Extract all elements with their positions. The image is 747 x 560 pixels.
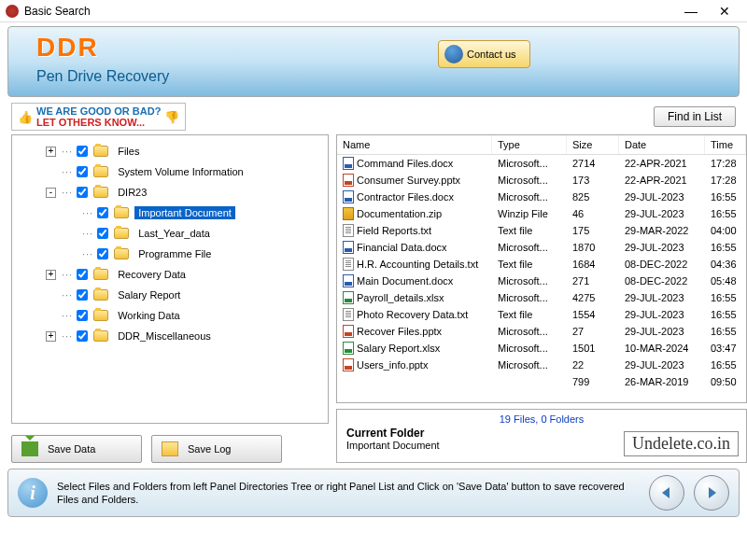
file-list[interactable]: Name Type Size Date Time Command Files.d… [336,134,747,403]
find-in-list-button[interactable]: Find in List [654,106,736,127]
tree-checkbox[interactable] [77,146,88,157]
contact-us-button[interactable]: Contact us [438,40,530,68]
save-log-button[interactable]: Save Log [151,435,282,463]
contact-avatar-icon [444,45,463,63]
folder-icon [93,166,108,177]
txt-file-icon [343,224,354,237]
tree-node[interactable]: +···Programme File [16,244,324,264]
docx-file-icon [343,190,354,203]
tree-node[interactable]: +···Salary Report [16,285,324,305]
tree-expander[interactable]: + [46,331,56,342]
file-row[interactable]: Consumer Survey.pptxMicrosoft...17322-AP… [337,172,746,189]
folder-icon [114,248,129,259]
file-row[interactable]: Command Files.docxMicrosoft...271422-APR… [337,155,746,172]
file-row[interactable]: Payroll_details.xlsxMicrosoft...427529-J… [337,289,746,306]
col-name[interactable]: Name [337,135,492,154]
docx-file-icon [343,157,354,170]
titlebar: Basic Search — ✕ [0,0,747,22]
file-row[interactable]: Contractor Files.docxMicrosoft...82529-J… [337,189,746,205]
tree-checkbox[interactable] [77,310,88,321]
save-data-icon [21,441,38,456]
tree-checkbox[interactable] [77,269,88,280]
tree-expander[interactable]: - [46,188,56,198]
file-row[interactable]: Documentation.zipWinzip File4629-JUL-202… [337,205,746,222]
file-row[interactable]: Financial Data.docxMicrosoft...187029-JU… [337,239,746,256]
file-row[interactable]: Main Document.docxMicrosoft...27108-DEC-… [337,273,746,289]
tree-node[interactable]: +···Recovery Data [16,264,324,285]
tree-label[interactable]: Programme File [134,247,215,260]
nav-forward-button[interactable] [694,475,729,511]
folder-icon [114,228,129,239]
tree-label[interactable]: System Volume Information [114,165,247,178]
col-date[interactable]: Date [619,135,705,154]
header-banner: DDR Pen Drive Recovery Contact us [7,26,740,97]
close-button[interactable]: ✕ [708,2,741,21]
docx-file-icon [343,274,354,287]
file-count: 19 Files, 0 Folders [346,413,737,425]
folder-icon [93,310,108,321]
folder-icon [93,187,108,198]
file-row[interactable]: Field Reports.txtText file17529-MAR-2022… [337,222,746,239]
tree-label[interactable]: Working Data [114,309,183,322]
file-row[interactable]: Users_info.pptxMicrosoft...2229-JUL-2023… [337,357,746,373]
tree-node[interactable]: +···Important Document [16,203,324,223]
contact-label: Contact us [467,49,516,60]
logo: DDR [36,33,99,63]
directory-tree[interactable]: +···Files+···System Volume Information-·… [11,134,329,424]
tree-label[interactable]: Last_Year_data [134,227,214,240]
app-icon [6,5,19,18]
folder-icon [93,146,108,157]
tree-expander[interactable]: + [46,147,56,157]
folder-icon [114,207,129,218]
file-row[interactable]: H.R. Accounting Details.txtText file1684… [337,256,746,273]
watermark: Undelete.co.in [624,431,739,456]
arrow-left-icon [657,483,676,502]
arrow-right-icon [702,483,721,502]
tree-checkbox[interactable] [77,330,88,342]
col-type[interactable]: Type [492,135,567,154]
tree-node[interactable]: +···DDR_Miscellaneous [16,326,324,346]
tree-node[interactable]: +···Files [16,141,324,161]
promo-line2: LET OTHERS KNOW... [36,117,145,128]
nav-back-button[interactable] [649,475,684,511]
folder-icon [93,330,108,342]
xlsx-file-icon [343,342,354,355]
tree-node[interactable]: -···DIR23 [16,182,324,203]
info-icon: i [18,478,48,508]
toolbar: 👍 WE ARE GOOD OR BAD? LET OTHERS KNOW...… [0,97,747,134]
tree-label[interactable]: Important Document [134,206,235,219]
txt-file-icon [343,308,354,321]
tree-checkbox[interactable] [77,289,88,301]
minimize-button[interactable]: — [674,2,708,21]
tree-label[interactable]: Salary Report [114,288,184,301]
tree-checkbox[interactable] [77,166,88,177]
tree-checkbox[interactable] [97,248,108,259]
save-data-label: Save Data [48,443,95,455]
tree-node[interactable]: +···Working Data [16,305,324,326]
tree-label[interactable]: DIR23 [114,186,150,199]
tree-checkbox[interactable] [77,187,88,198]
save-log-icon [162,441,178,456]
window-title: Basic Search [24,5,674,18]
tree-expander[interactable]: + [46,270,56,280]
col-time[interactable]: Time [705,135,746,154]
tree-checkbox[interactable] [97,228,108,239]
tree-node[interactable]: +···Last_Year_data [16,223,324,244]
save-data-button[interactable]: Save Data [11,435,142,463]
thumb-up-icon: 👍 [18,110,33,124]
docx-file-icon [343,241,354,254]
folder-icon [93,289,108,301]
col-size[interactable]: Size [567,135,619,154]
tree-checkbox[interactable] [97,207,108,218]
file-row[interactable]: Photo Recovery Data.txtText file155429-J… [337,306,746,323]
file-row[interactable]: Recover Files.pptxMicrosoft...2729-JUL-2… [337,323,746,340]
list-header: Name Type Size Date Time [337,135,746,155]
save-log-label: Save Log [188,443,231,455]
promo-banner[interactable]: 👍 WE ARE GOOD OR BAD? LET OTHERS KNOW...… [11,103,186,131]
file-row[interactable]: Salary Report.xlsxMicrosoft...150110-MAR… [337,340,746,357]
file-row[interactable]: 79926-MAR-201909:50 [337,373,746,390]
tree-node[interactable]: +···System Volume Information [16,161,324,182]
tree-label[interactable]: DDR_Miscellaneous [114,329,215,343]
tree-label[interactable]: Recovery Data [114,268,190,281]
tree-label[interactable]: Files [114,145,143,158]
